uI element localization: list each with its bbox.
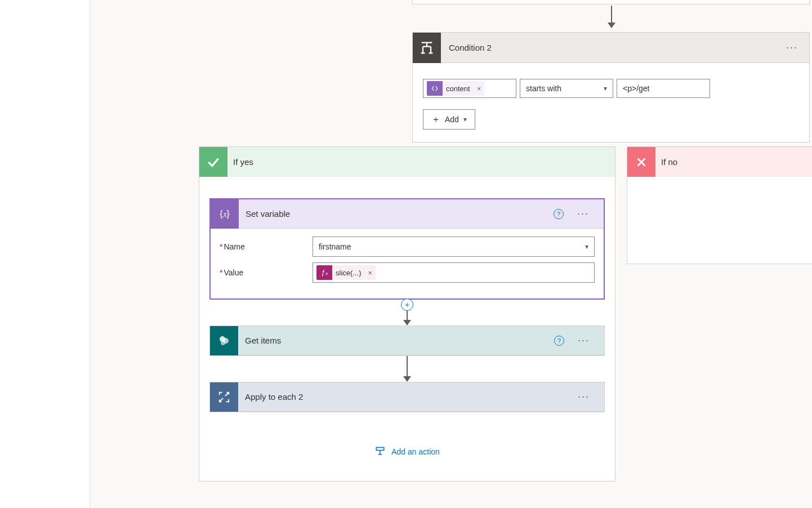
connector-arrow bbox=[209, 356, 605, 382]
loop-icon bbox=[210, 382, 238, 412]
chevron-down-icon: ▾ bbox=[604, 84, 607, 92]
variable-icon: {𝑥} bbox=[211, 199, 239, 229]
connector-arrow bbox=[611, 6, 612, 27]
variable-value-field[interactable]: ƒₓ slice(...) × bbox=[313, 262, 595, 283]
if-yes-branch: If yes {𝑥} Set variable ? ··· bbox=[199, 146, 615, 482]
get-items-action[interactable]: Get items ? ··· bbox=[209, 326, 605, 356]
expression-pill[interactable]: ƒₓ slice(...) × bbox=[316, 265, 376, 280]
if-yes-title: If yes bbox=[227, 157, 253, 167]
name-label: *Name bbox=[220, 242, 313, 251]
set-variable-action[interactable]: {𝑥} Set variable ? ··· *Name firstname bbox=[209, 198, 605, 300]
condition-card[interactable]: Condition 2 ··· content × starts with ▾ … bbox=[412, 32, 810, 142]
sharepoint-icon bbox=[210, 326, 238, 355]
get-items-title: Get items bbox=[238, 336, 554, 345]
check-icon bbox=[199, 147, 227, 177]
condition-left-operand-field[interactable]: content × bbox=[423, 79, 516, 98]
apply-to-each-title: Apply to each 2 bbox=[238, 392, 566, 402]
add-action-label: Add an action bbox=[391, 447, 440, 456]
previous-action-card-edge bbox=[412, 0, 810, 5]
if-no-body: Add an action bbox=[627, 177, 812, 264]
insert-step-button[interactable]: + bbox=[401, 298, 413, 311]
add-action-button[interactable]: Add an action bbox=[209, 446, 605, 457]
condition-header[interactable]: Condition 2 ··· bbox=[413, 33, 809, 63]
add-action-button[interactable]: Add an action bbox=[637, 232, 812, 243]
expression-text: slice(...) bbox=[332, 269, 365, 277]
operator-value: starts with bbox=[526, 84, 561, 93]
token-remove-button[interactable]: × bbox=[474, 84, 485, 93]
connector-arrow: + bbox=[209, 300, 605, 326]
condition-icon bbox=[413, 33, 441, 63]
more-button[interactable]: ··· bbox=[566, 391, 601, 403]
token-label: content bbox=[443, 84, 474, 93]
condition-operator-select[interactable]: starts with ▾ bbox=[520, 79, 613, 98]
if-no-header[interactable]: If no bbox=[627, 147, 812, 177]
plus-icon: ＋ bbox=[431, 114, 440, 126]
add-button-label: Add bbox=[445, 115, 459, 124]
variable-name-select[interactable]: firstname ▾ bbox=[313, 237, 595, 257]
fx-icon: ƒₓ bbox=[316, 265, 332, 280]
token-icon bbox=[427, 81, 443, 96]
flow-canvas: Condition 2 ··· content × starts with ▾ … bbox=[90, 0, 812, 508]
get-items-header[interactable]: Get items ? ··· bbox=[210, 326, 604, 355]
condition-title: Condition 2 bbox=[441, 43, 775, 52]
condition-more-button[interactable]: ··· bbox=[775, 42, 809, 54]
chevron-down-icon: ▾ bbox=[463, 115, 467, 123]
expression-remove-button[interactable]: × bbox=[365, 269, 376, 277]
if-yes-header[interactable]: If yes bbox=[199, 147, 615, 177]
condition-right-operand-field[interactable]: <p>/get bbox=[617, 79, 710, 98]
svg-point-2 bbox=[221, 341, 225, 345]
sidebar-placeholder bbox=[0, 0, 90, 508]
set-variable-header[interactable]: {𝑥} Set variable ? ··· bbox=[211, 199, 604, 229]
svg-rect-3 bbox=[377, 448, 384, 451]
more-button[interactable]: ··· bbox=[566, 208, 600, 220]
content-token-pill[interactable]: content × bbox=[427, 81, 484, 96]
chevron-down-icon: ▾ bbox=[585, 243, 588, 251]
close-icon bbox=[627, 147, 655, 177]
set-variable-title: Set variable bbox=[239, 209, 554, 219]
add-condition-row-button[interactable]: ＋ Add ▾ bbox=[423, 109, 475, 130]
right-operand-value: <p>/get bbox=[623, 84, 650, 93]
if-no-title: If no bbox=[655, 157, 677, 167]
value-label: *Value bbox=[220, 268, 313, 277]
if-yes-body: {𝑥} Set variable ? ··· *Name firstname bbox=[199, 177, 615, 472]
more-button[interactable]: ··· bbox=[566, 335, 601, 346]
condition-body: content × starts with ▾ <p>/get ＋ Add ▾ bbox=[413, 63, 809, 142]
help-icon[interactable]: ? bbox=[554, 209, 564, 219]
apply-to-each-action[interactable]: Apply to each 2 ··· bbox=[209, 382, 605, 412]
help-icon[interactable]: ? bbox=[554, 336, 564, 346]
if-no-branch: If no Add an action bbox=[627, 146, 812, 264]
set-variable-body: *Name firstname ▾ *Value ƒₓ sl bbox=[211, 229, 604, 298]
variable-name-value: firstname bbox=[319, 242, 351, 251]
apply-to-each-header[interactable]: Apply to each 2 ··· bbox=[210, 382, 604, 412]
